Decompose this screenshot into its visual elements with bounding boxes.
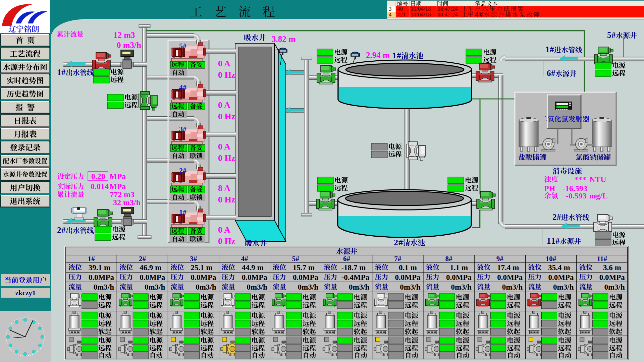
svg-text:5: 5 — [607, 31, 611, 40]
svg-text:0m3/h: 0m3/h — [94, 283, 114, 291]
svg-text:5#: 5# — [179, 42, 186, 50]
svg-text:#: # — [551, 69, 555, 78]
svg-text:721: 721 — [397, 11, 406, 18]
svg-text:m: m — [615, 263, 621, 272]
svg-text:zkczy1: zkczy1 — [15, 289, 36, 297]
svg-text:-0.593: -0.593 — [566, 191, 587, 200]
svg-text:0 m3/h: 0 m3/h — [117, 41, 141, 50]
svg-text:0m3/h: 0m3/h — [451, 283, 472, 291]
svg-text:m: m — [564, 263, 570, 272]
svg-text:MPa: MPa — [109, 182, 126, 191]
svg-text:0.0MPa: 0.0MPa — [446, 273, 472, 282]
svg-text:0 Hz: 0 Hz — [218, 70, 235, 80]
svg-text:#: # — [550, 45, 554, 54]
svg-text:08:47:24: 08:47:24 — [437, 11, 458, 18]
svg-text:0.0MPa: 0.0MPa — [293, 273, 319, 282]
svg-text:3.82 m: 3.82 m — [272, 35, 296, 44]
svg-text:m: m — [411, 263, 417, 272]
svg-text:4: 4 — [389, 11, 392, 18]
svg-text:-18.7: -18.7 — [341, 263, 357, 272]
svg-text:#: # — [479, 10, 483, 18]
svg-text:0 A: 0 A — [218, 100, 230, 110]
svg-text:1: 1 — [545, 45, 550, 54]
svg-text:6#: 6# — [343, 255, 351, 263]
svg-text:0 A: 0 A — [218, 225, 230, 235]
svg-text:m: m — [104, 263, 110, 272]
svg-text:0m3/h: 0m3/h — [349, 283, 370, 291]
svg-text:0m3/h: 0m3/h — [400, 283, 421, 291]
svg-text:0.0MPa: 0.0MPa — [191, 273, 217, 282]
svg-text:#: # — [61, 68, 66, 77]
svg-text:0m3/h: 0m3/h — [553, 283, 574, 291]
svg-text:4#: 4# — [241, 255, 248, 263]
svg-text:17.4: 17.4 — [497, 263, 511, 272]
svg-text:0m3/h: 0m3/h — [298, 283, 319, 291]
svg-text:772 m3: 772 m3 — [110, 190, 135, 199]
svg-text:0.0MPa: 0.0MPa — [497, 273, 523, 282]
svg-text:m: m — [359, 263, 366, 272]
svg-text:0m3/h: 0m3/h — [196, 283, 216, 291]
svg-text:0m3/h: 0m3/h — [247, 283, 267, 291]
svg-text:1: 1 — [547, 236, 551, 245]
svg-text:2#: 2# — [179, 166, 186, 175]
svg-text:39.1: 39.1 — [89, 263, 102, 272]
svg-text:-0.4MPa: -0.4MPa — [341, 273, 370, 282]
svg-text:MPa: MPa — [109, 172, 126, 181]
svg-text:#: # — [397, 51, 401, 60]
svg-text:7#: 7# — [394, 255, 401, 263]
svg-text:0 Hz: 0 Hz — [218, 112, 235, 121]
svg-text:0 Hz: 0 Hz — [218, 153, 235, 163]
svg-text:0.1: 0.1 — [399, 263, 409, 272]
svg-text:m: m — [513, 263, 519, 272]
svg-text:35.4: 35.4 — [548, 263, 562, 272]
svg-text:m: m — [155, 263, 161, 272]
svg-text:1: 1 — [57, 68, 61, 77]
svg-text:***: *** — [574, 175, 586, 184]
svg-text:1#: 1# — [179, 208, 186, 216]
svg-text:2: 2 — [57, 226, 61, 235]
svg-text:0.0MPa: 0.0MPa — [599, 273, 625, 282]
svg-text:5#: 5# — [292, 255, 300, 263]
svg-text:0.014: 0.014 — [91, 182, 109, 191]
svg-text:3.6: 3.6 — [603, 263, 613, 272]
svg-text:3#: 3# — [190, 255, 197, 263]
svg-text:1#: 1# — [88, 255, 95, 263]
svg-text:0.20: 0.20 — [91, 172, 105, 181]
svg-text:#: # — [611, 31, 616, 40]
svg-text:mg/L: mg/L — [589, 191, 608, 200]
svg-text:1.1: 1.1 — [450, 263, 460, 272]
svg-text:0.0MPa: 0.0MPa — [395, 273, 421, 282]
svg-text:0 Hz: 0 Hz — [218, 236, 235, 246]
svg-text:25.1: 25.1 — [191, 263, 204, 272]
svg-text:0.0MPa: 0.0MPa — [242, 273, 268, 282]
svg-text:0 A: 0 A — [218, 142, 230, 152]
svg-text:11#: 11# — [597, 255, 607, 263]
svg-text:PH: PH — [544, 184, 555, 193]
svg-text:8 A: 8 A — [218, 183, 230, 193]
svg-text:3#: 3# — [179, 125, 186, 133]
svg-text:4: 4 — [475, 10, 479, 18]
svg-text:0m3/h: 0m3/h — [502, 283, 523, 291]
svg-text:0 Hz: 0 Hz — [218, 195, 235, 204]
svg-text:#: # — [555, 236, 560, 245]
svg-text:1: 1 — [551, 236, 555, 245]
svg-text:44.9: 44.9 — [242, 263, 255, 272]
svg-text:4#: 4# — [179, 83, 186, 92]
svg-text:0m3/h: 0m3/h — [604, 283, 625, 291]
svg-text:0.0MPa: 0.0MPa — [140, 273, 165, 282]
svg-text:2#: 2# — [139, 255, 146, 263]
svg-text:8#: 8# — [445, 255, 453, 263]
svg-text:0.0MPa: 0.0MPa — [89, 273, 114, 282]
svg-text:NTU: NTU — [589, 175, 606, 184]
svg-text:6: 6 — [547, 69, 551, 78]
svg-text:12 m3: 12 m3 — [113, 31, 135, 40]
svg-text:2.94 m: 2.94 m — [366, 51, 390, 60]
svg-text:32 m3/h: 32 m3/h — [113, 198, 141, 207]
svg-text:9#: 9# — [496, 255, 504, 263]
svg-text:m: m — [308, 263, 315, 272]
svg-text:46.9: 46.9 — [140, 263, 153, 272]
svg-text:m: m — [462, 263, 468, 272]
svg-text:10/04/18: 10/04/18 — [411, 11, 431, 18]
svg-text:#: # — [557, 213, 561, 222]
svg-text:#: # — [61, 226, 66, 235]
